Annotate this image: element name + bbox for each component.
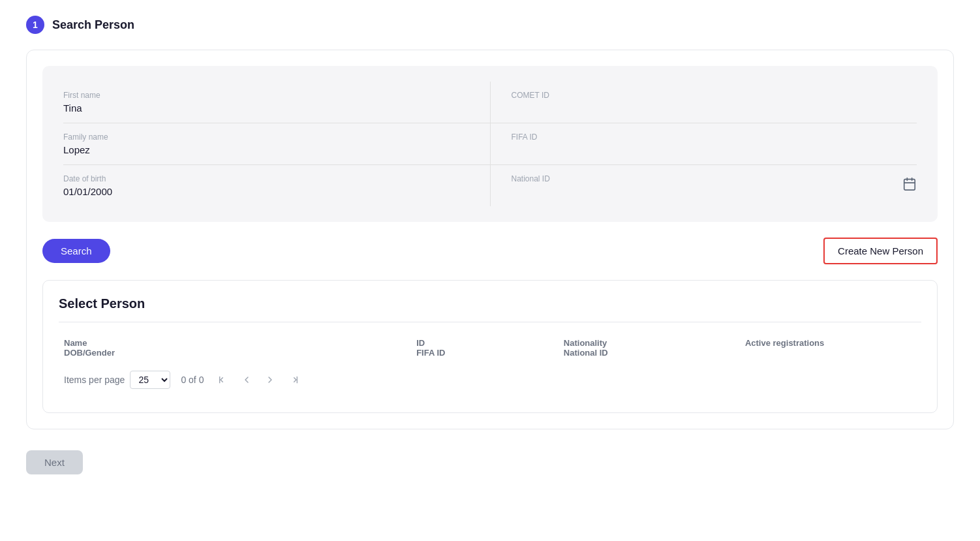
- actions-row: Search Create New Person: [42, 238, 938, 264]
- family-name-value[interactable]: Lopez: [63, 144, 469, 155]
- last-page-button[interactable]: [284, 372, 303, 388]
- col-active-registrations: Active registrations: [745, 338, 916, 358]
- first-name-value[interactable]: Tina: [63, 102, 469, 114]
- col-id: ID FIFA ID: [416, 338, 553, 358]
- next-page-button[interactable]: [261, 372, 279, 388]
- prev-page-button[interactable]: [237, 372, 256, 388]
- fifa-id-label: FIFA ID: [512, 132, 917, 142]
- first-page-button[interactable]: [214, 372, 232, 388]
- step-badge: 1: [26, 16, 44, 34]
- search-form-card: First name Tina COMET ID Family name Lop…: [42, 66, 938, 222]
- first-name-field: First name Tina: [63, 82, 491, 123]
- family-name-label: Family name: [63, 132, 469, 142]
- search-button[interactable]: Search: [42, 239, 110, 263]
- dob-value[interactable]: 01/01/2000: [63, 186, 112, 197]
- dob-field: Date of birth 01/01/2000: [63, 165, 491, 206]
- results-title: Select Person: [59, 296, 921, 311]
- first-name-label: First name: [63, 91, 469, 100]
- next-button[interactable]: Next: [26, 450, 83, 474]
- col-nationality: Nationality National ID: [564, 338, 735, 358]
- national-id-label: National ID: [512, 174, 550, 183]
- create-new-person-button[interactable]: Create New Person: [823, 238, 938, 264]
- results-card: Select Person Name DOB/Gender ID FIFA ID…: [42, 280, 938, 413]
- items-per-page-label: Items per page: [64, 375, 125, 385]
- page-count: 0 of 0: [181, 375, 204, 385]
- national-id-field: National ID: [491, 165, 917, 206]
- page-title: Search Person: [52, 18, 134, 32]
- svg-rect-0: [904, 179, 915, 191]
- items-per-page-select[interactable]: 25 50 100: [130, 371, 170, 389]
- table-header-row: Name DOB/Gender ID FIFA ID Nationality N…: [59, 333, 921, 363]
- outer-card: First name Tina COMET ID Family name Lop…: [26, 50, 954, 429]
- fifa-id-field: FIFA ID: [491, 123, 917, 164]
- comet-id-field: COMET ID: [491, 82, 917, 123]
- calendar-icon[interactable]: [902, 177, 917, 194]
- dob-label: Date of birth: [63, 174, 469, 183]
- results-divider: [59, 322, 921, 322]
- comet-id-label: COMET ID: [512, 91, 917, 100]
- pagination-row: Items per page 25 50 100 0 of 0: [59, 363, 921, 397]
- family-name-field: Family name Lopez: [63, 123, 491, 164]
- col-name: Name DOB/Gender: [64, 338, 406, 358]
